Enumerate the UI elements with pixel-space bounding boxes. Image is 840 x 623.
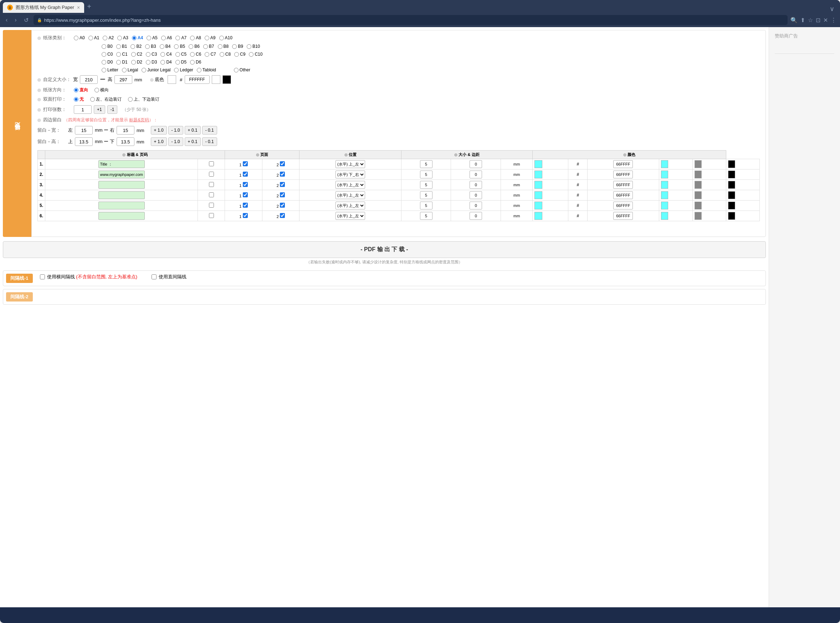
radio-c8[interactable]: C8 (220, 52, 231, 57)
row6-offset-input[interactable] (470, 212, 482, 220)
radio-b5[interactable]: B5 (174, 44, 185, 49)
row4-pos-select[interactable]: (水平) 上_左 (水平) 下_右 (335, 191, 365, 199)
row1-swatch2[interactable] (695, 160, 702, 168)
margin-w-m1-button[interactable]: - 1.0 (168, 126, 183, 135)
margin-top-input[interactable] (75, 137, 93, 146)
back-button[interactable]: ‹ (3, 15, 10, 25)
radio-d6[interactable]: D6 (190, 60, 201, 64)
bookmark-icon[interactable]: ☆ (808, 17, 813, 23)
vertical-line-label[interactable]: 使用直间隔线 (151, 274, 187, 280)
row4-swatch2[interactable] (695, 191, 702, 199)
row5-checkbox1[interactable] (209, 203, 214, 208)
row3-color-box[interactable] (534, 181, 542, 189)
margin-h-m1-button[interactable]: - 1.0 (168, 137, 183, 146)
margin-h-m01-button[interactable]: - 0.1 (202, 137, 217, 146)
radio-b10[interactable]: B10 (247, 44, 260, 49)
row5-swatch1[interactable] (661, 202, 668, 209)
row3-color-hex-input[interactable] (613, 181, 633, 189)
radio-c9[interactable]: C9 (234, 52, 245, 57)
row5-pos-select[interactable]: (水平) 上_左 (水平) 下_右 (335, 202, 365, 209)
row3-p1-check[interactable] (243, 182, 248, 187)
new-tab-button[interactable]: + (84, 3, 94, 11)
radio-c7[interactable]: C7 (205, 52, 216, 57)
radio-tabloid[interactable]: Tabloid (197, 68, 216, 72)
radio-c6[interactable]: C6 (190, 52, 201, 57)
row4-text-input[interactable] (98, 191, 145, 199)
row2-pos-select[interactable]: (水平) 下_右 (水平) 上_左 (335, 170, 365, 178)
row5-p1-check[interactable] (243, 203, 248, 208)
radio-a6[interactable]: A6 (161, 35, 172, 40)
radio-b1[interactable]: B1 (116, 44, 127, 49)
radio-c2[interactable]: C2 (131, 52, 142, 57)
forward-button[interactable]: › (12, 15, 18, 25)
radio-c10[interactable]: C10 (249, 52, 262, 57)
row6-checkbox1[interactable] (209, 213, 214, 218)
copies-plus-button[interactable]: +1 (94, 105, 105, 114)
radio-junior-legal[interactable]: Junior Legal (142, 68, 170, 72)
row2-swatch1[interactable] (661, 170, 668, 178)
radio-duplex-tb[interactable]: 上、下边装订 (128, 96, 159, 103)
duplex-help[interactable]: ◎ (37, 97, 41, 102)
row1-p1-check[interactable] (243, 161, 248, 166)
radio-c0[interactable]: C0 (102, 52, 113, 57)
row2-color-box[interactable] (534, 170, 542, 178)
radio-a10[interactable]: A10 (219, 35, 233, 40)
row2-text-input[interactable] (98, 170, 145, 178)
tab-close-button[interactable]: × (77, 5, 80, 10)
active-tab[interactable]: 🗎 图形方格纸 My Graph Paper × (3, 2, 84, 13)
radio-b2[interactable]: B2 (130, 44, 142, 49)
radio-landscape[interactable]: 横向 (95, 87, 109, 93)
radio-b7[interactable]: B7 (203, 44, 214, 49)
radio-c5[interactable]: C5 (175, 52, 187, 57)
radio-d5[interactable]: D5 (175, 60, 187, 64)
vertical-line-checkbox[interactable] (151, 275, 156, 279)
row6-p2-check[interactable] (280, 213, 285, 218)
share-icon[interactable]: ⬆ (800, 17, 805, 23)
row3-size-input[interactable] (420, 181, 433, 189)
radio-a8[interactable]: A8 (190, 35, 201, 40)
margin-w-p01-button[interactable]: + 0.1 (185, 126, 201, 135)
copies-input[interactable] (74, 105, 92, 114)
address-bar[interactable]: 🔒 https://www.mygraphpaper.com/index.php… (34, 15, 788, 25)
margin-h-p01-button[interactable]: + 0.1 (185, 137, 201, 146)
row2-offset-input[interactable] (470, 170, 482, 178)
radio-d0[interactable]: D0 (102, 60, 113, 64)
row6-color-box[interactable] (534, 212, 542, 220)
row5-p2-check[interactable] (280, 203, 285, 208)
row4-color-hex-input[interactable] (613, 191, 633, 199)
radio-c4[interactable]: C4 (161, 52, 171, 57)
radio-a5[interactable]: A5 (147, 35, 158, 40)
row2-p2-check[interactable] (280, 172, 285, 176)
row3-text-input[interactable] (98, 181, 145, 189)
row5-color-hex-input[interactable] (613, 202, 633, 209)
radio-a0[interactable]: A0 (74, 35, 85, 40)
copies-minus-button[interactable]: -1 (107, 105, 118, 114)
radio-d2[interactable]: D2 (131, 60, 142, 64)
bg-color-white-box[interactable] (168, 75, 176, 84)
margin-w-p1-button[interactable]: + 1.0 (151, 126, 167, 135)
margin-bottom-input[interactable] (116, 137, 135, 146)
row4-p2-check[interactable] (280, 192, 285, 197)
row3-swatch3[interactable] (728, 181, 735, 189)
row6-swatch1[interactable] (661, 212, 668, 220)
row5-swatch2[interactable] (695, 202, 702, 209)
radio-other[interactable]: Other (234, 68, 250, 72)
margin-right-input[interactable] (116, 126, 135, 135)
row1-p2-check[interactable] (280, 161, 285, 166)
margin-w-m01-button[interactable]: - 0.1 (202, 126, 217, 135)
row5-swatch3[interactable] (728, 202, 735, 209)
radio-a9[interactable]: A9 (205, 35, 216, 40)
radio-letter[interactable]: Letter (102, 68, 118, 72)
window-menu-icon[interactable]: ∨ (827, 5, 837, 13)
paper-type-help[interactable]: ◎ (37, 36, 41, 40)
row1-swatch3[interactable] (728, 160, 735, 168)
radio-d3[interactable]: D3 (146, 60, 157, 64)
radio-b0[interactable]: B0 (102, 44, 113, 49)
width-input[interactable] (80, 75, 98, 84)
row4-color-box[interactable] (534, 191, 542, 199)
radio-a3[interactable]: A3 (117, 35, 129, 40)
row4-p1-check[interactable] (243, 192, 248, 197)
row6-swatch3[interactable] (728, 212, 735, 220)
row1-checkbox1[interactable] (209, 161, 214, 166)
radio-d1[interactable]: D1 (116, 60, 127, 64)
